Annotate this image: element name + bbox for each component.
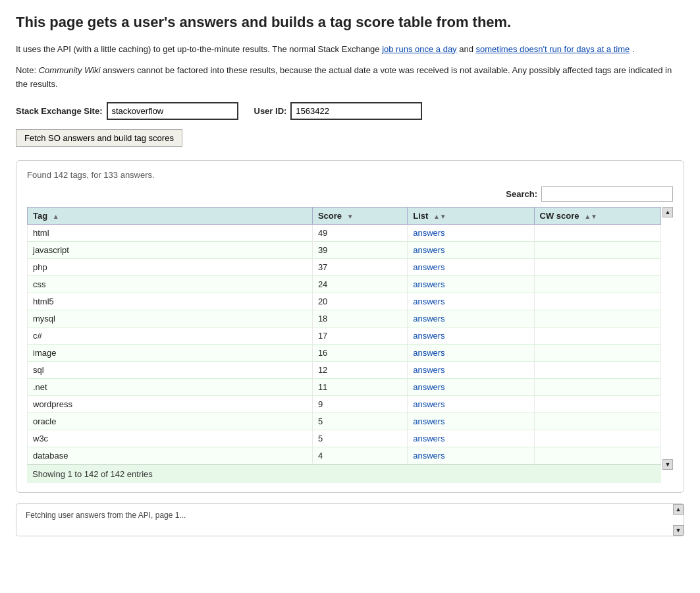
site-label: Stack Exchange Site: <box>16 106 103 116</box>
table-header: Tag ▲ Score ▼ List ▲▼ CW score ▲▼ <box>28 207 661 224</box>
results-container: Found 142 tags, for 133 answers. Search:… <box>16 160 684 493</box>
cell-list: answers <box>408 395 534 412</box>
answers-link[interactable]: answers <box>413 314 444 324</box>
cell-tag: image <box>28 344 313 361</box>
cell-cw-score <box>534 258 660 275</box>
desc-and: and <box>459 44 475 54</box>
col-tag-label: Tag <box>33 211 47 221</box>
table-row: css24answers <box>28 275 661 293</box>
site-input[interactable] <box>107 102 238 120</box>
answers-link[interactable]: answers <box>413 348 444 358</box>
scroll-down-button[interactable]: ▼ <box>662 459 673 470</box>
sometimes-link[interactable]: sometimes doesn't run for days at a time <box>476 44 630 54</box>
cell-tag: html <box>28 224 313 241</box>
table-row: image16answers <box>28 344 661 361</box>
cell-score: 12 <box>312 361 407 378</box>
cell-cw-score <box>534 430 660 447</box>
fetch-button[interactable]: Fetch SO answers and build tag scores <box>16 129 182 147</box>
answers-link[interactable]: answers <box>413 279 444 289</box>
site-form-group: Stack Exchange Site: <box>16 102 238 120</box>
table-row: mysql18answers <box>28 310 661 327</box>
answers-link[interactable]: answers <box>413 245 444 255</box>
log-scroll-up-button[interactable]: ▲ <box>673 504 684 515</box>
cell-score: 17 <box>312 327 407 344</box>
cell-list: answers <box>408 327 534 344</box>
col-list[interactable]: List ▲▼ <box>408 207 534 224</box>
results-table: Tag ▲ Score ▼ List ▲▼ CW score ▲▼ <box>27 207 661 465</box>
cell-tag: javascript <box>28 241 313 258</box>
answers-link[interactable]: answers <box>413 399 444 409</box>
cell-tag: mysql <box>28 310 313 327</box>
table-row: javascript39answers <box>28 241 661 258</box>
cell-cw-score <box>534 378 660 395</box>
answers-link[interactable]: answers <box>413 262 444 272</box>
scroll-up-button[interactable]: ▲ <box>662 207 673 217</box>
table-row: sql12answers <box>28 361 661 378</box>
cell-cw-score <box>534 293 660 310</box>
log-scroll-down-button[interactable]: ▼ <box>673 525 684 536</box>
answers-link[interactable]: answers <box>413 228 444 238</box>
note-prefix: Note: <box>16 65 39 75</box>
cell-score: 16 <box>312 344 407 361</box>
cell-cw-score <box>534 275 660 293</box>
cell-score: 11 <box>312 378 407 395</box>
cell-cw-score <box>534 361 660 378</box>
community-wiki-italic: Community Wiki <box>39 65 101 75</box>
cell-list: answers <box>408 224 534 241</box>
cell-list: answers <box>408 378 534 395</box>
cell-cw-score <box>534 224 660 241</box>
table-outer: ▲ Tag ▲ Score ▼ List ▲▼ <box>27 207 673 483</box>
cell-cw-score <box>534 241 660 258</box>
table-row: c#17answers <box>28 327 661 344</box>
cell-cw-score <box>534 344 660 361</box>
cell-score: 24 <box>312 275 407 293</box>
cell-tag: wordpress <box>28 395 313 412</box>
desc-intro: It uses the API (with a little caching) … <box>16 44 382 54</box>
col-cw-score[interactable]: CW score ▲▼ <box>534 207 660 224</box>
note-rest: answers cannot be factored into these re… <box>16 65 672 89</box>
table-row: w3c5answers <box>28 430 661 447</box>
table-row: oracle5answers <box>28 412 661 430</box>
answers-link[interactable]: answers <box>413 416 444 426</box>
cell-score: 5 <box>312 412 407 430</box>
cell-score: 39 <box>312 241 407 258</box>
answers-link[interactable]: answers <box>413 434 444 443</box>
cell-tag: php <box>28 258 313 275</box>
cell-list: answers <box>408 361 534 378</box>
answers-link[interactable]: answers <box>413 451 444 461</box>
table-row: html49answers <box>28 224 661 241</box>
table-footer: Showing 1 to 142 of 142 entries <box>27 465 661 483</box>
answers-link[interactable]: answers <box>413 296 444 306</box>
answers-link[interactable]: answers <box>413 382 444 392</box>
cell-tag: c# <box>28 327 313 344</box>
log-text: Fetching user answers from the API, page… <box>26 511 670 520</box>
search-input[interactable] <box>541 186 673 202</box>
search-row: Search: <box>27 186 673 202</box>
cell-cw-score <box>534 327 660 344</box>
cell-cw-score <box>534 310 660 327</box>
cell-tag: database <box>28 447 313 464</box>
col-score[interactable]: Score ▼ <box>312 207 407 224</box>
cell-tag: .net <box>28 378 313 395</box>
cell-cw-score <box>534 447 660 464</box>
col-tag[interactable]: Tag ▲ <box>28 207 313 224</box>
table-body: html49answersjavascript39answersphp37ans… <box>28 224 661 464</box>
cell-score: 20 <box>312 293 407 310</box>
cell-score: 4 <box>312 447 407 464</box>
col-score-label: Score <box>318 211 342 221</box>
note-text: Note: Community Wiki answers cannot be f… <box>16 64 684 92</box>
page-title: This page gets a user's answers and buil… <box>16 13 684 32</box>
cell-list: answers <box>408 310 534 327</box>
answers-link[interactable]: answers <box>413 331 444 341</box>
list-sort-icon: ▲▼ <box>433 213 446 220</box>
userid-input[interactable] <box>290 102 422 120</box>
cell-tag: w3c <box>28 430 313 447</box>
job-link[interactable]: job runs once a day <box>382 44 456 54</box>
desc-period: . <box>632 44 635 54</box>
table-row: html520answers <box>28 293 661 310</box>
col-cw-label: CW score <box>540 211 579 221</box>
cell-score: 37 <box>312 258 407 275</box>
score-sort-icon: ▼ <box>347 213 354 220</box>
answers-link[interactable]: answers <box>413 365 444 375</box>
table-row: wordpress9answers <box>28 395 661 412</box>
